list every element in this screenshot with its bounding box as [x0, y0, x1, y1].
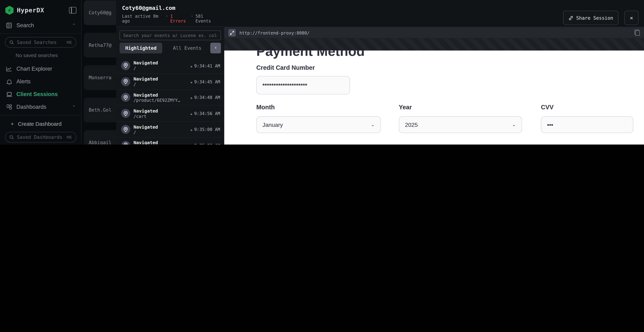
chevron-up-icon: ⌃: [214, 48, 217, 51]
sidebar-item-label: Search: [16, 22, 34, 28]
saved-dashboards-input[interactable]: Saved Dashboards ⌘K: [5, 132, 76, 142]
event-path: /product/6E92ZMYYFZ: [134, 98, 182, 103]
session-email-truncated: Monserra: [84, 75, 112, 80]
plus-icon: +: [11, 121, 14, 127]
session-list-item[interactable]: Beth.Gol: [84, 98, 116, 122]
cc-label: Credit Card Number: [256, 64, 315, 71]
chevron-up-icon[interactable]: ⌃: [72, 23, 76, 28]
month-select[interactable]: January ⌄: [256, 116, 381, 133]
page-title: Payment Method: [256, 50, 365, 59]
cc-input[interactable]: ********************: [256, 76, 350, 94]
year-select[interactable]: 2025 ⌄: [399, 116, 522, 133]
tab-all-events[interactable]: All Events: [167, 43, 207, 54]
event-row[interactable]: Navigated/▶9:34:41 AM: [116, 58, 224, 74]
session-list-item[interactable]: Abbigail: [84, 130, 116, 144]
logo[interactable]: ⚡ HyperDX: [0, 0, 82, 19]
sidebar-item-alerts[interactable]: Alerts: [0, 75, 82, 88]
error-count: 1 Errors: [170, 14, 189, 24]
replay-url: http://frontend-proxy:8080/: [240, 30, 310, 35]
chevron-up-icon[interactable]: ⌃: [72, 105, 76, 109]
link-icon: [568, 16, 573, 20]
event-title: Navigated: [134, 60, 188, 66]
location-pin-icon: [121, 61, 130, 70]
app-window: ⚡ HyperDX Search ⌃ Saved Searches ⌘K No …: [0, 0, 644, 144]
event-row[interactable]: Navigated/▶9:34:45 AM: [116, 74, 224, 90]
replay-viewport: Payment Method Credit Card Number ******…: [224, 39, 644, 144]
location-pin-icon: [121, 125, 130, 134]
session-list-item[interactable]: Coty60@g: [84, 0, 116, 25]
expand-icon[interactable]: [228, 29, 236, 36]
play-marker-icon: ▶: [191, 128, 193, 132]
event-row[interactable]: Navigated/▶9:35:00 AM: [116, 122, 224, 138]
event-title: Navigated: [134, 108, 188, 114]
event-title: Navigated: [134, 140, 188, 144]
tab-highlighted[interactable]: Highlighted: [120, 43, 162, 54]
session-email: Coty60@gmail.com: [122, 4, 218, 11]
session-email-truncated: Coty60@g: [84, 10, 112, 16]
session-list: Coty60@gRetha77@MonserraBeth.GolAbbigail…: [82, 0, 116, 144]
event-title: Navigated: [134, 124, 188, 130]
chart-icon: [6, 66, 12, 71]
event-row[interactable]: Navigated/cart▶9:34:56 AM: [116, 106, 224, 122]
sidebar-item-client-sessions[interactable]: Client Sessions: [0, 88, 82, 100]
event-timestamp: ▶9:34:48 AM: [191, 95, 220, 100]
saved-dashboards-placeholder: Saved Dashboards: [17, 134, 62, 140]
sidebar: ⚡ HyperDX Search ⌃ Saved Searches ⌘K No …: [0, 0, 82, 144]
event-timestamp: ▶9:34:41 AM: [191, 63, 220, 68]
events-search-input[interactable]: [120, 30, 221, 40]
sidebar-item-label: Client Sessions: [16, 91, 58, 97]
sidebar-item-chart-explorer[interactable]: Chart Explorer: [0, 62, 82, 75]
cvv-input[interactable]: •••: [541, 116, 634, 133]
no-saved-searches-note: No saved searches: [0, 51, 82, 62]
saved-searches-input[interactable]: Saved Searches ⌘K: [5, 37, 76, 48]
session-meta: Last active 8m ago· 1 Errors· 581 Events: [122, 14, 218, 24]
sidebar-item-search[interactable]: Search ⌃: [0, 19, 82, 32]
session-email-truncated: Beth.Gol: [84, 107, 112, 113]
event-list: Navigated/▶9:34:41 AMNavigated/▶9:34:45 …: [116, 58, 224, 144]
sidebar-item-dashboards[interactable]: Dashboards ⌃: [0, 100, 82, 113]
play-marker-icon: ▶: [191, 113, 193, 116]
event-timestamp: ▶9:35:00 AM: [191, 127, 220, 132]
event-path: /: [134, 130, 182, 135]
divider: [0, 115, 82, 116]
sidebar-item-label: Chart Explorer: [16, 66, 52, 72]
close-button[interactable]: ✕: [624, 11, 639, 25]
session-player: Share Session ✕ http://frontend-proxy:80…: [224, 0, 644, 144]
sidebar-item-label: Dashboards: [16, 104, 46, 110]
play-marker-icon: ▶: [191, 81, 193, 84]
search-icon: [10, 40, 14, 44]
divider: [0, 33, 82, 34]
event-path: /: [134, 82, 182, 87]
search-doc-icon: [6, 22, 12, 28]
year-label: Year: [399, 104, 412, 110]
saved-searches-placeholder: Saved Searches: [17, 39, 57, 45]
sidebar-item-label: Alerts: [16, 78, 30, 84]
month-label: Month: [256, 104, 275, 110]
session-list-item[interactable]: Retha77@: [84, 33, 116, 58]
event-row[interactable]: Navigated/▶9:35:03 AM: [116, 138, 224, 144]
copy-icon[interactable]: [634, 30, 640, 36]
create-dashboard-button[interactable]: + Create Dashboard: [0, 117, 82, 128]
app-title: HyperDX: [17, 6, 44, 14]
shortcut-hint: ⌘K: [66, 40, 72, 45]
location-pin-icon: [121, 93, 130, 102]
location-pin-icon: [121, 109, 130, 118]
session-events-panel: Coty60@gmail.com Last active 8m ago· 1 E…: [116, 0, 225, 144]
event-row[interactable]: Navigated/product/6E92ZMYYFZ▶9:34:48 AM: [116, 90, 224, 106]
cvv-label: CVV: [541, 104, 554, 110]
dashboard-grid-icon: [6, 104, 12, 110]
chevron-down-icon: ⌄: [371, 122, 374, 127]
location-pin-icon: [121, 141, 130, 144]
event-title: Navigated: [134, 92, 188, 98]
collapse-sidebar-icon[interactable]: [69, 7, 76, 14]
chevron-down-icon: ⌄: [512, 122, 516, 127]
location-pin-icon: [121, 77, 130, 86]
share-session-button[interactable]: Share Session: [563, 11, 618, 25]
event-path: /cart: [134, 114, 182, 118]
collapse-panel-button[interactable]: ⌄ ⌃: [210, 43, 221, 54]
session-list-item[interactable]: Monserra: [84, 65, 116, 90]
event-count: 581 Events: [195, 14, 218, 24]
shortcut-hint: ⌘K: [66, 134, 72, 140]
event-title: Navigated: [134, 76, 188, 82]
bell-icon: [6, 79, 12, 84]
